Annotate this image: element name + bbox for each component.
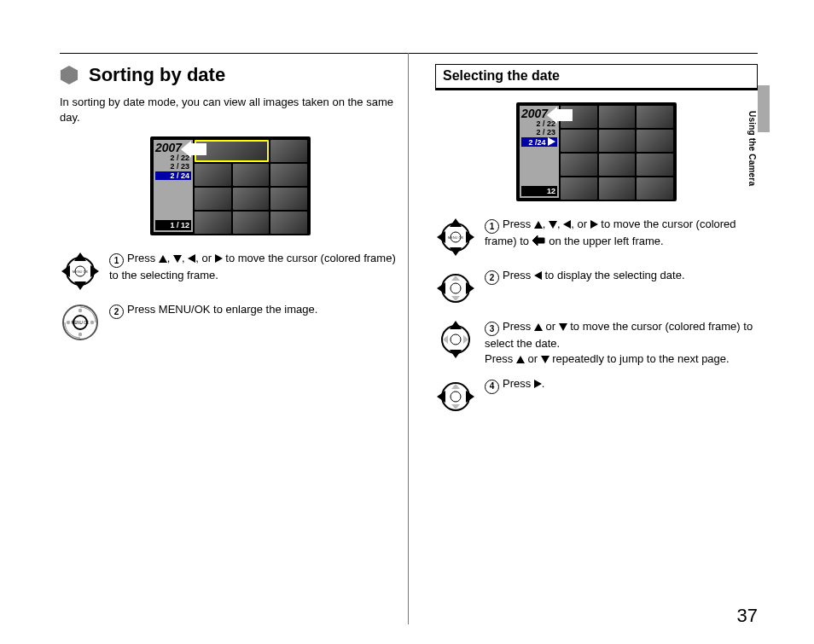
down-icon <box>549 221 557 229</box>
pointer-arrow-icon <box>555 109 573 121</box>
thumbnail <box>270 140 307 162</box>
thumbnail <box>233 212 270 234</box>
up-icon <box>534 221 543 229</box>
up-icon <box>516 356 525 363</box>
right-icon <box>215 254 223 263</box>
step-text: 2Press MENU/OK to enlarge the image. <box>109 302 401 319</box>
screen-illustration: 2007 2 / 22 2 / 23 2 / 24 1 / 12 <box>150 136 311 235</box>
step-number: 2 <box>109 305 124 319</box>
dpad-all-icon <box>60 251 101 292</box>
column-divider <box>408 53 409 624</box>
left-icon <box>563 220 571 229</box>
left-icon <box>188 254 195 263</box>
thumbnail <box>195 164 231 186</box>
right-icon <box>548 137 555 146</box>
page-number: 37 <box>737 605 758 627</box>
screen-illustration: 2007 2 / 22 2 / 23 2 /24 12 <box>516 102 677 201</box>
thumbnail <box>599 154 636 176</box>
screen-count: 1 / 12 <box>155 220 191 230</box>
up-icon <box>159 255 167 263</box>
left-icon <box>534 271 542 280</box>
thumbnail <box>637 177 673 200</box>
thumbnail <box>233 188 270 210</box>
section-tab <box>758 85 770 132</box>
thumbnail <box>195 212 231 234</box>
screen-count: 12 <box>521 186 557 196</box>
screen-date: 2 / 23 <box>155 162 191 171</box>
thumbnail <box>637 130 673 152</box>
dpad-ud-icon <box>435 319 476 360</box>
dpad-lr-icon <box>435 268 476 309</box>
thumbnail <box>637 154 673 176</box>
thumbnail <box>270 212 307 234</box>
subsection-title: Selecting the date <box>435 64 758 90</box>
pointer-arrow-icon <box>189 143 206 155</box>
step-number: 1 <box>485 219 499 234</box>
thumbnail <box>599 130 636 152</box>
thumbnail <box>637 106 673 128</box>
down-icon <box>541 356 549 363</box>
thumbnail <box>195 188 231 210</box>
up-icon <box>534 323 543 331</box>
thumbnail <box>270 164 307 186</box>
top-rule <box>60 53 758 54</box>
right-icon <box>534 380 542 388</box>
section-bullet-icon <box>60 65 78 85</box>
step-text: 4Press . <box>485 376 758 393</box>
down-icon <box>559 323 567 331</box>
thumbnail <box>561 130 597 152</box>
step-number: 4 <box>485 380 499 394</box>
thumbnail <box>599 177 636 200</box>
thumbnail <box>270 188 307 210</box>
step-text: 1Press , , , or to move the cursor (colo… <box>485 217 758 249</box>
step-number: 2 <box>485 270 499 285</box>
screen-date: 2 / 23 <box>521 128 557 136</box>
down-icon <box>173 255 182 263</box>
step-number: 1 <box>109 253 124 268</box>
step-number: 3 <box>485 322 499 336</box>
thumbnail <box>561 177 597 200</box>
svg-marker-14 <box>61 66 78 84</box>
back-arrow-icon <box>532 235 546 246</box>
dpad-ok-icon <box>60 302 101 343</box>
thumbnail <box>561 154 597 176</box>
screen-date-selected: 2 /24 <box>521 137 557 147</box>
step-text: 2Press to display the selecting date. <box>485 268 758 285</box>
dpad-lr-icon <box>435 376 476 417</box>
step-text: 1Press , , , or to move the cursor (colo… <box>109 251 401 283</box>
dpad-all-icon <box>435 217 476 258</box>
section-title: Sorting by date <box>89 64 225 86</box>
right-icon <box>590 220 598 229</box>
intro-text: In sorting by date mode, you can view al… <box>60 95 401 125</box>
step-text: 3Press or to move the cursor (colored fr… <box>485 319 758 366</box>
thumbnail <box>233 164 270 186</box>
thumbnail <box>599 106 636 128</box>
screen-date-selected: 2 / 24 <box>155 171 191 180</box>
